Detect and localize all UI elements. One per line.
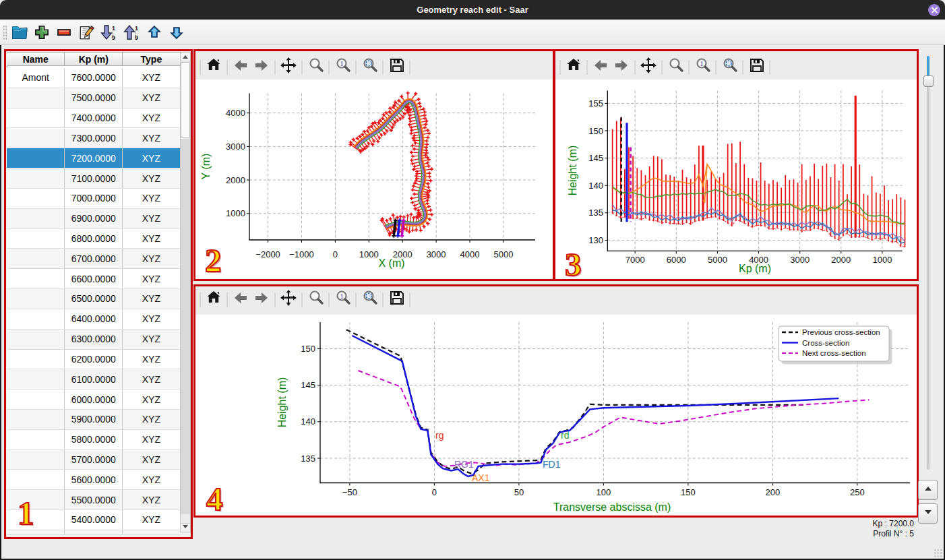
- svg-text:9: 9: [135, 34, 138, 41]
- svg-text:4000: 4000: [460, 249, 480, 259]
- svg-text:6000: 6000: [667, 255, 686, 265]
- svg-text:150: 150: [588, 126, 603, 136]
- svg-text:−50: −50: [342, 487, 357, 497]
- svg-text:5000: 5000: [708, 255, 727, 265]
- svg-text:200: 200: [766, 487, 781, 497]
- svg-text:−1000: −1000: [289, 249, 314, 259]
- svg-text:AX1: AX1: [472, 472, 490, 483]
- svg-text:150: 150: [301, 344, 315, 354]
- svg-text:1000: 1000: [359, 249, 379, 259]
- svg-text:155: 155: [588, 98, 603, 108]
- svg-text:4000: 4000: [226, 108, 245, 118]
- svg-text:1000: 1000: [226, 208, 245, 218]
- svg-text:135: 135: [588, 208, 603, 218]
- svg-text:−2000: −2000: [255, 249, 280, 259]
- svg-text:X (m): X (m): [378, 257, 404, 269]
- svg-text:135: 135: [301, 454, 315, 464]
- svg-text:100: 100: [597, 487, 611, 497]
- svg-text:140: 140: [588, 181, 603, 191]
- svg-text:1: 1: [135, 25, 138, 32]
- svg-text:150: 150: [681, 487, 696, 497]
- svg-text:Cross-section: Cross-section: [802, 339, 849, 347]
- svg-text:3000: 3000: [226, 142, 245, 152]
- svg-text:130: 130: [588, 235, 603, 245]
- svg-text:3000: 3000: [790, 255, 810, 265]
- svg-text:5000: 5000: [493, 249, 513, 259]
- svg-text:250: 250: [850, 487, 865, 497]
- svg-text:Previous cross-section: Previous cross-section: [802, 328, 880, 336]
- svg-text:rd: rd: [561, 430, 569, 441]
- svg-text:rg: rg: [435, 430, 444, 441]
- svg-text:9: 9: [112, 34, 115, 41]
- svg-text:FD1: FD1: [543, 459, 561, 470]
- svg-text:3000: 3000: [427, 249, 446, 259]
- svg-text:50: 50: [514, 487, 524, 497]
- svg-text:Height (m): Height (m): [276, 377, 288, 428]
- svg-text:Next cross-section: Next cross-section: [802, 349, 866, 357]
- svg-text:1000: 1000: [872, 255, 892, 265]
- svg-text:0: 0: [432, 487, 437, 497]
- svg-text:1: 1: [112, 25, 115, 32]
- svg-text:145: 145: [301, 380, 315, 390]
- svg-text:0: 0: [333, 249, 338, 259]
- svg-text:Height (m): Height (m): [567, 146, 578, 196]
- svg-text:2000: 2000: [226, 175, 245, 185]
- svg-text:140: 140: [301, 416, 315, 427]
- svg-text:Kp (m): Kp (m): [739, 263, 771, 274]
- svg-text:145: 145: [588, 153, 603, 163]
- svg-text:Y (m): Y (m): [200, 154, 212, 180]
- svg-text:RG1: RG1: [454, 459, 474, 470]
- svg-text:7000: 7000: [626, 255, 645, 265]
- svg-text:2000: 2000: [831, 255, 851, 265]
- svg-text:Transverse abscissa (m): Transverse abscissa (m): [553, 501, 671, 513]
